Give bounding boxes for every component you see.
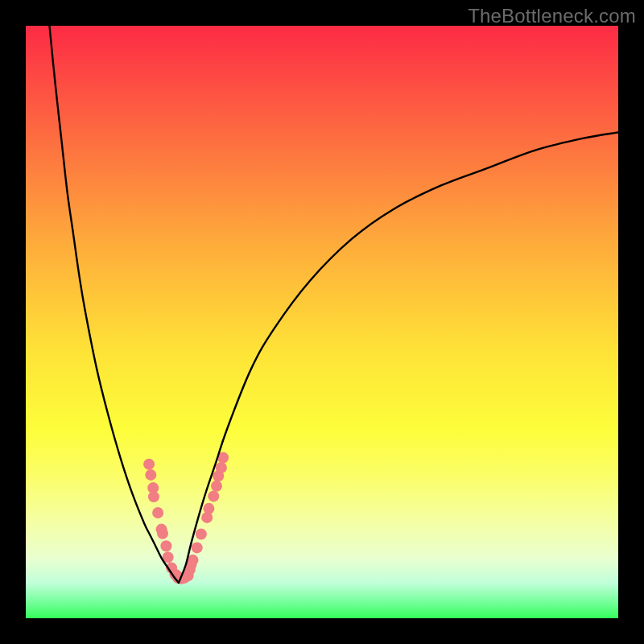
chart-frame: TheBottleneck.com [0, 0, 644, 644]
data-dot [152, 507, 163, 518]
data-dot [208, 490, 219, 502]
data-dot [196, 528, 207, 539]
data-dot [203, 503, 214, 514]
plot-area [26, 26, 618, 618]
chart-svg [26, 26, 618, 618]
curve-right [179, 132, 618, 582]
data-dot [192, 542, 203, 553]
data-dot [143, 459, 155, 470]
watermark-text: TheBottleneck.com [468, 5, 636, 27]
data-dot [148, 491, 159, 502]
curve-left [49, 26, 178, 583]
data-dot [160, 540, 171, 551]
data-dot [145, 469, 156, 481]
data-dot [216, 462, 227, 473]
data-dot [157, 528, 168, 539]
data-dot [211, 481, 222, 492]
